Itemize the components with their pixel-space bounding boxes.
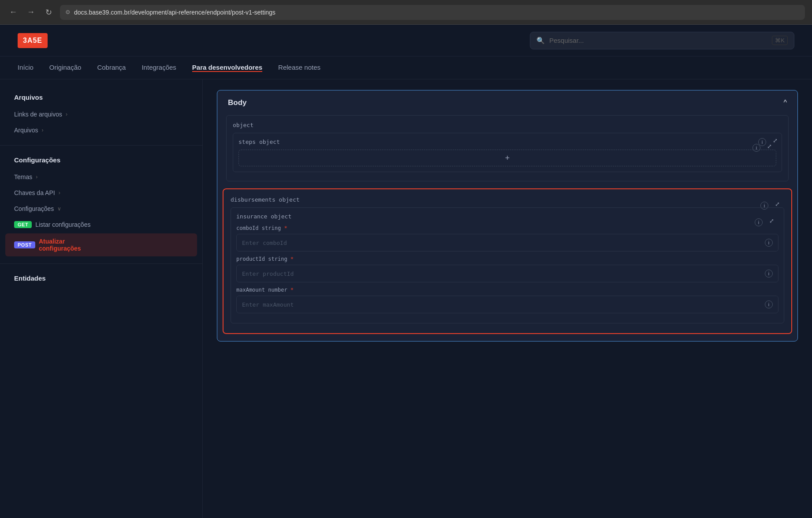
chevron-right-icon: › bbox=[59, 190, 60, 196]
search-placeholder: Pesquisar... bbox=[549, 37, 767, 44]
insurance-object: insurance object i ⤢ comboId string bbox=[231, 207, 784, 323]
product-id-placeholder: Enter productId bbox=[242, 270, 294, 277]
sidebar-item-temas[interactable]: Temas › bbox=[0, 169, 202, 185]
expand-icon-steps[interactable]: ⤢ bbox=[767, 143, 772, 150]
sidebar: Arquivos Links de arquivos › Arquivos › … bbox=[0, 79, 203, 518]
sidebar-item-label: Configurações bbox=[14, 205, 54, 212]
sidebar-section-configuracoes: Configurações Temas › Chaves da API › Co… bbox=[0, 153, 202, 256]
disbursements-label: disbursements object bbox=[231, 196, 784, 203]
body-title: Body bbox=[228, 98, 247, 107]
body-section: Body ^ object i ⤢ bbox=[217, 90, 798, 342]
field-label-max-amount: maxAmount number * bbox=[236, 287, 778, 293]
sidebar-divider-2 bbox=[0, 263, 202, 264]
sidebar-item-label: Temas bbox=[14, 173, 32, 180]
sidebar-item-configuracoes-sub[interactable]: Configurações ∨ bbox=[0, 201, 202, 217]
steps-object: steps object i ⤢ + bbox=[233, 133, 782, 172]
info-icon-steps[interactable]: i bbox=[752, 144, 760, 152]
main-content: Body ^ object i ⤢ bbox=[203, 79, 812, 518]
steps-label: steps object bbox=[238, 139, 776, 145]
url-text: docs.base39.com.br/development/api-refer… bbox=[74, 9, 276, 16]
reload-button[interactable]: ↻ bbox=[42, 6, 55, 19]
sidebar-item-label: Arquivos bbox=[14, 127, 38, 134]
nav-item-inicio[interactable]: Início bbox=[18, 64, 34, 72]
info-icon-max-amount[interactable]: i bbox=[765, 300, 773, 308]
sidebar-item-label: Listar configurações bbox=[35, 221, 90, 228]
search-kbd: ⌘K bbox=[772, 36, 788, 45]
add-button[interactable]: + bbox=[238, 150, 776, 166]
address-bar[interactable]: ⚙ docs.base39.com.br/development/api-ref… bbox=[60, 5, 805, 20]
sidebar-title-configuracoes: Configurações bbox=[0, 153, 202, 167]
field-combo-id: comboId string * Enter comboId i bbox=[236, 225, 778, 251]
insurance-label: insurance object bbox=[236, 213, 778, 220]
steps-type: object bbox=[259, 139, 280, 145]
field-input-max-amount[interactable]: Enter maxAmount i bbox=[236, 296, 778, 313]
info-icon-product-id[interactable]: i bbox=[765, 270, 773, 278]
nav-menu: Início Originação Cobrança Integrações P… bbox=[0, 56, 812, 79]
badge-post: POST bbox=[14, 241, 35, 248]
object-container: object i ⤢ steps object i bbox=[226, 115, 789, 181]
expand-icon-disbursements[interactable]: ⤢ bbox=[775, 201, 780, 207]
sidebar-item-chaves-api[interactable]: Chaves da API › bbox=[0, 185, 202, 201]
body-header[interactable]: Body ^ bbox=[217, 90, 797, 115]
insurance-type: object bbox=[271, 213, 291, 220]
content-area: Arquivos Links de arquivos › Arquivos › … bbox=[0, 79, 812, 518]
page-wrapper: 3A5E 🔍 Pesquisar... ⌘K Início Originação… bbox=[0, 25, 812, 518]
sidebar-item-label: Chaves da API bbox=[14, 189, 55, 196]
info-icon-combo-id[interactable]: i bbox=[765, 239, 773, 247]
back-button[interactable]: ← bbox=[7, 6, 19, 19]
chevron-right-icon: › bbox=[41, 127, 43, 133]
field-input-combo-id[interactable]: Enter comboId i bbox=[236, 234, 778, 251]
field-input-product-id[interactable]: Enter productId i bbox=[236, 265, 778, 282]
sidebar-item-label: Links de arquivos bbox=[14, 111, 62, 118]
sidebar-title-entidades: Entidades bbox=[0, 271, 202, 285]
collapse-icon[interactable]: ^ bbox=[783, 99, 787, 107]
nav-item-release-notes[interactable]: Release notes bbox=[278, 64, 320, 72]
sidebar-title-arquivos: Arquivos bbox=[0, 90, 202, 105]
field-label-product-id: productId string * bbox=[236, 256, 778, 262]
top-nav: 3A5E 🔍 Pesquisar... ⌘K bbox=[0, 25, 812, 56]
nav-item-originacao[interactable]: Originação bbox=[49, 64, 82, 72]
expand-icon-insurance[interactable]: ⤢ bbox=[769, 218, 774, 224]
forward-button[interactable]: → bbox=[25, 6, 37, 19]
chevron-down-icon: ∨ bbox=[57, 206, 61, 212]
sidebar-section-arquivos: Arquivos Links de arquivos › Arquivos › bbox=[0, 90, 202, 138]
search-bar[interactable]: 🔍 Pesquisar... ⌘K bbox=[530, 32, 794, 49]
nav-item-integracoes[interactable]: Integrações bbox=[142, 64, 176, 72]
browser-chrome: ← → ↻ ⚙ docs.base39.com.br/development/a… bbox=[0, 0, 812, 25]
sidebar-item-listar[interactable]: GET Listar configurações bbox=[0, 217, 202, 233]
nav-item-cobranca[interactable]: Cobrança bbox=[97, 64, 126, 72]
field-label-combo-id: comboId string * bbox=[236, 225, 778, 231]
sidebar-item-arquivos[interactable]: Arquivos › bbox=[0, 122, 202, 138]
sidebar-item-atualizar[interactable]: POST Atualizarconfigurações bbox=[5, 233, 197, 256]
search-icon: 🔍 bbox=[536, 37, 545, 45]
info-icon-insurance[interactable]: i bbox=[755, 218, 763, 226]
disbursements-section: disbursements object i ⤢ insurance objec… bbox=[223, 188, 792, 334]
nav-item-para-desenvolvedores[interactable]: Para desenvolvedores bbox=[192, 64, 262, 72]
sidebar-item-links-de-arquivos[interactable]: Links de arquivos › bbox=[0, 106, 202, 122]
logo: 3A5E bbox=[18, 33, 48, 48]
chevron-right-icon: › bbox=[36, 174, 37, 180]
sidebar-divider bbox=[0, 145, 202, 146]
sidebar-item-active-label: Atualizarconfigurações bbox=[39, 238, 81, 252]
field-product-id: productId string * Enter productId i bbox=[236, 256, 778, 282]
object-label: object bbox=[233, 122, 782, 128]
field-max-amount: maxAmount number * Enter maxAmount i bbox=[236, 287, 778, 313]
combo-id-placeholder: Enter comboId bbox=[242, 240, 287, 246]
chevron-right-icon: › bbox=[66, 111, 67, 117]
disbursements-type: object bbox=[279, 196, 300, 203]
sidebar-section-entidades: Entidades bbox=[0, 271, 202, 285]
badge-get: GET bbox=[14, 221, 32, 228]
address-icon: ⚙ bbox=[65, 9, 71, 15]
max-amount-placeholder: Enter maxAmount bbox=[242, 301, 294, 308]
